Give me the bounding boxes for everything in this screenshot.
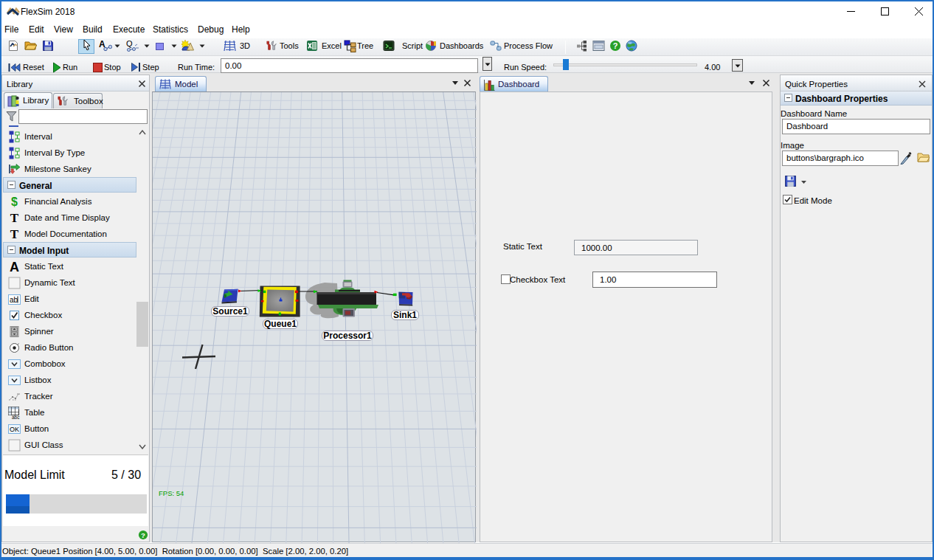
svg-text:ab: ab	[10, 296, 18, 304]
svg-text:$: $	[11, 196, 18, 208]
svg-text:OK: OK	[10, 426, 19, 433]
svg-text:abc: abc	[12, 415, 20, 420]
svg-text:A: A	[10, 260, 19, 273]
svg-text:?: ?	[141, 531, 145, 539]
svg-text:T: T	[10, 212, 19, 224]
svg-text:T: T	[10, 228, 19, 241]
svg-text:Q: Q	[126, 39, 133, 48]
svg-text:?: ?	[613, 41, 618, 50]
